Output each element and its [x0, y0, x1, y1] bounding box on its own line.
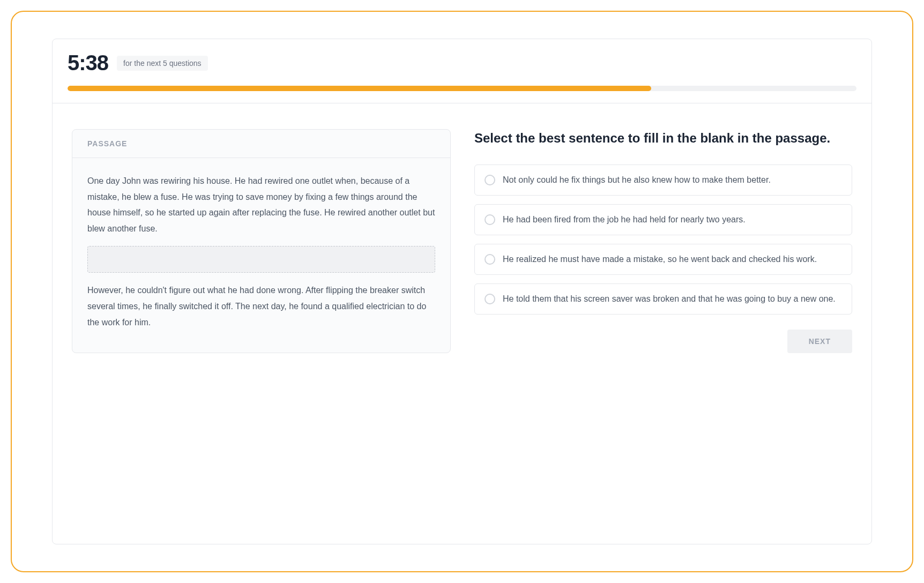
- passage-panel: PASSAGE One day John was rewiring his ho…: [72, 129, 451, 353]
- option-text: He had been fired from the job he had he…: [503, 213, 746, 226]
- option-text: Not only could he fix things but he also…: [503, 174, 771, 186]
- answer-option-2[interactable]: He had been fired from the job he had he…: [474, 204, 852, 235]
- answer-option-3[interactable]: He realized he must have made a mistake,…: [474, 244, 852, 275]
- progress-fill: [68, 86, 651, 91]
- question-panel: Select the best sentence to fill in the …: [474, 129, 852, 353]
- question-title: Select the best sentence to fill in the …: [474, 129, 852, 147]
- actions-row: NEXT: [474, 330, 852, 353]
- timer-label: for the next 5 questions: [117, 56, 208, 71]
- passage-body: One day John was rewiring his house. He …: [72, 158, 450, 345]
- radio-icon: [485, 175, 495, 185]
- option-text: He realized he must have made a mistake,…: [503, 253, 817, 266]
- passage-blank: [87, 246, 435, 273]
- passage-header: PASSAGE: [72, 130, 450, 158]
- radio-icon: [485, 254, 495, 265]
- progress-container: [53, 86, 871, 91]
- progress-bar: [68, 86, 856, 91]
- outer-frame: 5:38 for the next 5 questions PASSAGE On…: [11, 11, 913, 572]
- quiz-card: 5:38 for the next 5 questions PASSAGE On…: [52, 39, 872, 544]
- radio-icon: [485, 294, 495, 304]
- next-button[interactable]: NEXT: [787, 330, 852, 353]
- radio-icon: [485, 214, 495, 225]
- timer-value: 5:38: [68, 51, 108, 75]
- option-text: He told them that his screen saver was b…: [503, 293, 836, 305]
- answer-option-1[interactable]: Not only could he fix things but he also…: [474, 165, 852, 196]
- card-header: 5:38 for the next 5 questions: [53, 39, 871, 86]
- content-area: PASSAGE One day John was rewiring his ho…: [53, 103, 871, 379]
- passage-paragraph-1: One day John was rewiring his house. He …: [87, 173, 435, 236]
- passage-paragraph-2: However, he couldn't figure out what he …: [87, 282, 435, 330]
- answer-option-4[interactable]: He told them that his screen saver was b…: [474, 283, 852, 315]
